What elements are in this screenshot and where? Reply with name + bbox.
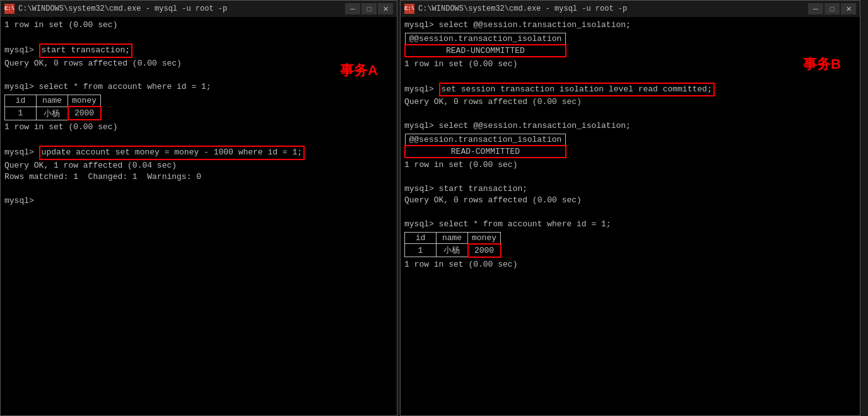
- isolation-table-2: @@session.transaction_isolation READ-COM…: [404, 134, 566, 158]
- close-button-left[interactable]: ✕: [378, 3, 393, 14]
- cell-money-1: 2000: [68, 107, 101, 120]
- line-query-ok-r2: Query OK, 0 rows affected (0.00 sec): [404, 195, 856, 207]
- col-name-header-r: name: [437, 232, 468, 244]
- terminal-window-right: C:\ C:\WINDOWS\system32\cmd.exe - mysql …: [400, 0, 860, 416]
- cell-id-r1: 1: [405, 244, 437, 257]
- window-controls-right: ─ □ ✕: [808, 3, 856, 14]
- transaction-b-label: 事务B: [803, 55, 841, 74]
- close-button-right[interactable]: ✕: [841, 3, 856, 14]
- window-controls-left: ─ □ ✕: [345, 3, 393, 14]
- cell-name-r1: 小杨: [437, 244, 468, 257]
- col-isolation-header-2: @@session.transaction_isolation: [405, 134, 566, 146]
- terminal-body-right: 事务B mysql> select @@session.transaction_…: [401, 17, 860, 415]
- cmd-icon-left: C:\: [4, 4, 15, 14]
- result-table-left: id name money 1 小杨 2000: [4, 95, 102, 120]
- blank-3: [4, 134, 393, 146]
- cmd-start-transaction: start transaction;: [39, 43, 132, 58]
- blank-4: [4, 183, 393, 195]
- line-query-ok-2: Query OK, 1 row affected (0.04 sec): [4, 160, 393, 172]
- line-1: 1 row in set (0.00 sec): [4, 20, 393, 32]
- title-text-right: C:\WINDOWS\system32\cmd.exe - mysql -u r…: [418, 4, 808, 13]
- blank-1: [4, 32, 393, 43]
- cmd-set-isolation: set session transaction isolation level …: [439, 83, 715, 97]
- line-1row-r2: 1 row in set (0.00 sec): [404, 159, 856, 171]
- line-rows-matched: Rows matched: 1 Changed: 1 Warnings: 0: [4, 171, 393, 183]
- blank-r4: [404, 207, 856, 219]
- line-update: mysql> update account set money = money …: [4, 146, 393, 160]
- cmd-icon-right: C:\: [404, 4, 414, 14]
- cell-id-1: 1: [5, 107, 37, 120]
- maximize-button-left[interactable]: □: [361, 3, 377, 14]
- maximize-button-right[interactable]: □: [824, 3, 840, 14]
- line-start-tx: mysql> start transaction;: [4, 43, 393, 58]
- isolation-table-1: @@session.transaction_isolation READ-UNC…: [404, 33, 566, 57]
- terminal-window-left: C:\ C:\WINDOWS\system32\cmd.exe - mysql …: [0, 0, 397, 416]
- transaction-a-label: 事务A: [340, 61, 378, 80]
- line-1row-r1: 1 row in set (0.00 sec): [404, 59, 856, 71]
- line-select-isolation-2: mysql> select @@session.transaction_isol…: [404, 120, 856, 132]
- line-query-ok-r1: Query OK, 0 rows affected (0.00 sec): [404, 96, 856, 108]
- line-prompt-empty: mysql>: [4, 195, 393, 207]
- blank-r2: [404, 108, 856, 120]
- minimize-button-left[interactable]: ─: [345, 3, 360, 14]
- result-table-right: id name money 1 小杨 2000: [404, 232, 501, 258]
- cell-isolation-value-2: READ-COMMITTED: [405, 146, 566, 158]
- cmd-update: update account set money = money - 1000 …: [39, 146, 305, 160]
- minimize-button-right[interactable]: ─: [808, 3, 823, 14]
- line-start-tx-r: mysql> start transaction;: [404, 183, 856, 195]
- terminal-body-left: 事务A 1 row in set (0.00 sec) mysql> start…: [1, 17, 397, 415]
- line-1row-r3: 1 row in set (0.00 sec): [404, 259, 856, 271]
- col-isolation-header-1: @@session.transaction_isolation: [405, 33, 566, 45]
- line-select-1: mysql> select * from account where id = …: [4, 81, 393, 93]
- line-select-isolation-1: mysql> select @@session.transaction_isol…: [404, 20, 856, 32]
- title-bar-left: C:\ C:\WINDOWS\system32\cmd.exe - mysql …: [1, 1, 397, 17]
- col-money-header: money: [68, 95, 101, 107]
- cell-name-1: 小杨: [37, 107, 68, 120]
- col-name-header: name: [37, 95, 68, 107]
- line-select-r: mysql> select * from account where id = …: [404, 219, 856, 231]
- line-1row-1: 1 row in set (0.00 sec): [4, 122, 393, 134]
- cell-isolation-value-1: READ-UNCOMMITTED: [405, 45, 566, 57]
- blank-2: [4, 69, 393, 81]
- line-set-isolation: mysql> set session transaction isolation…: [404, 83, 856, 97]
- title-text-left: C:\WINDOWS\system32\cmd.exe - mysql -u r…: [18, 4, 345, 13]
- col-money-header-r: money: [468, 232, 501, 244]
- blank-r3: [404, 171, 856, 183]
- blank-r1: [404, 71, 856, 83]
- line-query-ok-1: Query OK, 0 rows affected (0.00 sec): [4, 58, 393, 70]
- title-bar-right: C:\ C:\WINDOWS\system32\cmd.exe - mysql …: [401, 1, 860, 17]
- col-id-header-r: id: [405, 232, 437, 244]
- col-id-header: id: [5, 95, 37, 107]
- cell-money-r1: 2000: [468, 244, 501, 257]
